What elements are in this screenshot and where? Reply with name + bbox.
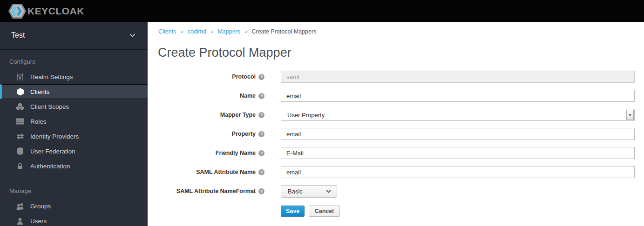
protocol-input bbox=[281, 71, 635, 83]
saml-attribute-nameformat-label: SAML Attribute NameFormat bbox=[176, 188, 256, 194]
dropdown-arrow-icon: ▼ bbox=[626, 110, 634, 120]
question-icon[interactable]: ? bbox=[258, 74, 264, 80]
breadcrumb-mappers[interactable]: Mappers bbox=[217, 28, 240, 35]
sliders-icon bbox=[16, 73, 24, 81]
keycloak-logo-text: KEYCLOAK bbox=[27, 6, 84, 17]
sidebar-item-authentication[interactable]: Authentication bbox=[0, 159, 148, 173]
keycloak-hexagon-icon bbox=[8, 3, 27, 19]
mapper-type-selected-value: User Property bbox=[287, 112, 325, 119]
form-row-friendly-name: Friendly Name ? bbox=[148, 147, 644, 159]
sidebar-item-user-federation[interactable]: User Federation bbox=[0, 144, 148, 159]
sidebar-item-label: Groups bbox=[30, 203, 51, 210]
groups-icon bbox=[16, 202, 24, 210]
form-row-property: Property ? bbox=[148, 128, 644, 140]
save-button[interactable]: Save bbox=[281, 206, 305, 217]
question-icon[interactable]: ? bbox=[258, 131, 264, 137]
chevron-down-icon bbox=[326, 190, 331, 193]
cube-icon bbox=[16, 88, 24, 96]
protocol-label: Protocol bbox=[232, 73, 256, 80]
name-input[interactable] bbox=[281, 90, 635, 102]
cubes-icon bbox=[16, 103, 24, 111]
sidebar-item-identity-providers[interactable]: Identity Providers bbox=[0, 129, 148, 144]
nameformat-selected-value: Basic bbox=[288, 188, 303, 195]
realm-name: Test bbox=[11, 31, 25, 40]
create-protocol-mapper-form: Protocol ? Name ? Mapper Type ? bbox=[148, 71, 644, 218]
saml-attribute-name-label: SAML Attribute Name bbox=[196, 169, 256, 175]
main-content: Clients > codimd > Mappers > Create Prot… bbox=[148, 22, 644, 226]
form-row-protocol: Protocol ? bbox=[148, 71, 644, 83]
page-title: Create Protocol Mapper bbox=[158, 46, 644, 60]
saml-attribute-nameformat-select[interactable]: Basic bbox=[281, 185, 337, 198]
question-icon[interactable]: ? bbox=[258, 150, 264, 156]
sidebar-item-users[interactable]: Users bbox=[0, 213, 148, 226]
form-row-saml-attribute-name: SAML Attribute Name ? bbox=[148, 166, 644, 178]
sidebar-item-label: Roles bbox=[30, 118, 47, 125]
breadcrumb-current: Create Protocol Mappers bbox=[251, 28, 316, 35]
keycloak-logo[interactable]: KEYCLOAK bbox=[8, 3, 84, 19]
question-icon[interactable]: ? bbox=[258, 188, 264, 194]
sidebar-item-realm-settings[interactable]: Realm Settings bbox=[0, 69, 148, 84]
form-row-saml-attribute-nameformat: SAML Attribute NameFormat ? Basic bbox=[148, 185, 644, 198]
sidebar-section-configure: Configure bbox=[0, 50, 148, 69]
breadcrumb-separator: > bbox=[210, 29, 213, 34]
name-label: Name bbox=[240, 93, 256, 99]
sidebar-item-label: User Federation bbox=[30, 148, 75, 155]
sidebar-item-label: Realm Settings bbox=[30, 73, 73, 80]
friendly-name-label: Friendly Name bbox=[216, 150, 256, 156]
sidebar-item-roles[interactable]: Roles bbox=[0, 114, 148, 129]
breadcrumb-separator: > bbox=[180, 29, 183, 34]
property-label: Property bbox=[232, 131, 256, 137]
topbar: KEYCLOAK bbox=[0, 0, 644, 22]
sidebar: Test Configure Realm Settings bbox=[0, 22, 148, 226]
sidebar-item-groups[interactable]: Groups bbox=[0, 199, 148, 213]
breadcrumb-clients[interactable]: Clients bbox=[158, 28, 176, 35]
cancel-button[interactable]: Cancel bbox=[309, 206, 340, 217]
mapper-type-label: Mapper Type bbox=[220, 112, 256, 118]
sidebar-section-manage: Manage bbox=[0, 179, 148, 199]
mapper-type-select[interactable]: User Property ▼ bbox=[281, 109, 635, 121]
friendly-name-input[interactable] bbox=[281, 147, 635, 159]
form-row-mapper-type: Mapper Type ? User Property ▼ bbox=[148, 109, 644, 121]
sidebar-item-label: Client Scopes bbox=[30, 103, 69, 110]
sidebar-item-label: Clients bbox=[30, 88, 49, 95]
realm-selector[interactable]: Test bbox=[0, 22, 148, 50]
breadcrumb: Clients > codimd > Mappers > Create Prot… bbox=[148, 22, 644, 35]
sidebar-item-label: Identity Providers bbox=[30, 133, 79, 140]
exchange-arrows-icon bbox=[16, 133, 24, 140]
sidebar-item-label: Authentication bbox=[30, 163, 70, 170]
breadcrumb-separator: > bbox=[244, 29, 247, 34]
lock-icon bbox=[16, 162, 24, 170]
sidebar-item-label: Users bbox=[30, 218, 47, 225]
question-icon[interactable]: ? bbox=[258, 93, 264, 99]
list-icon bbox=[16, 118, 24, 126]
chevron-down-icon bbox=[129, 33, 136, 37]
property-input[interactable] bbox=[281, 128, 635, 140]
breadcrumb-codimd[interactable]: codimd bbox=[188, 28, 206, 35]
user-icon bbox=[16, 217, 24, 225]
database-icon bbox=[16, 147, 24, 155]
sidebar-item-clients[interactable]: Clients bbox=[0, 84, 148, 99]
question-icon[interactable]: ? bbox=[258, 169, 264, 175]
saml-attribute-name-input[interactable] bbox=[281, 166, 635, 178]
sidebar-item-client-scopes[interactable]: Client Scopes bbox=[0, 99, 148, 114]
question-icon[interactable]: ? bbox=[258, 112, 264, 118]
form-row-name: Name ? bbox=[148, 90, 644, 102]
form-actions: Save Cancel bbox=[148, 206, 644, 218]
